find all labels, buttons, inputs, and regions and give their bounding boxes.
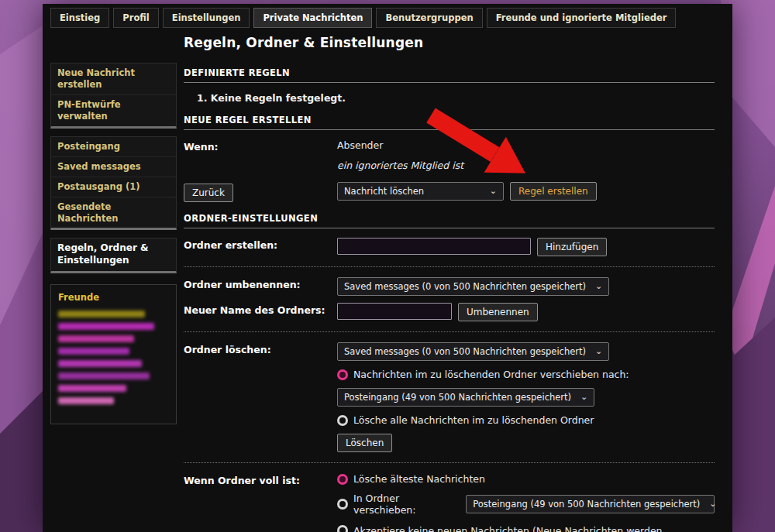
move-messages-option-label: Nachrichten im zu löschenden Ordner vers…	[353, 369, 629, 380]
move-target-selected: Posteingang (49 von 500 Nachrichten gesp…	[344, 392, 571, 403]
create-rule-button[interactable]: Regel erstellen	[510, 182, 597, 201]
when-label: Wenn:	[184, 139, 337, 153]
rename-button[interactable]: Umbenennen	[458, 303, 538, 321]
chevron-down-icon: ⌄	[595, 283, 602, 290]
redacted-friend-name[interactable]	[58, 360, 142, 367]
reject-new-option-label: Akzeptiere keine neuen Nachrichten (Neue…	[337, 525, 663, 532]
pm-sidebar: Neue Nachricht erstellen PN-Entwürfe ver…	[50, 63, 177, 424]
rule-condition-2: ein ignoriertes Mitglied ist	[337, 160, 715, 171]
delete-all-option-label: Lösche alle Nachrichten im zu löschenden…	[353, 414, 594, 426]
redacted-friend-name[interactable]	[58, 385, 126, 392]
rule-action-select[interactable]: Nachricht löschen ⌄	[337, 182, 504, 201]
move-to-folder-option-label: In Ordner verschieben:	[353, 493, 460, 516]
page-title: Regeln, Ordner & Einstellungen	[184, 35, 715, 50]
dotted-divider	[184, 462, 715, 463]
redacted-friend-name[interactable]	[58, 348, 129, 355]
chevron-down-icon: ⌄	[490, 188, 497, 194]
rule-index: 1.	[197, 92, 207, 104]
folder-full-label: Wenn Ordner voll ist:	[184, 473, 337, 486]
rule-text: Keine Regeln festgelegt.	[211, 92, 346, 104]
sidebar-item-regeln-ordner-einstellungen[interactable]: Regeln, Ordner & Einstellungen	[51, 239, 176, 270]
delete-oldest-option-label: Lösche älteste Nachrichten	[353, 473, 485, 485]
sidebar-compose-group: Neue Nachricht erstellen PN-Entwürfe ver…	[50, 63, 177, 129]
sidebar-item-gesendete[interactable]: Gesendete Nachrichten	[51, 197, 176, 228]
sidebar-item-entwuerfe[interactable]: PN-Entwürfe verwalten	[51, 94, 176, 126]
reject-new-radio[interactable]	[337, 525, 348, 532]
folder-delete-label: Ordner löschen:	[184, 342, 337, 355]
chevron-down-icon: ⌄	[580, 394, 587, 400]
redacted-friend-name[interactable]	[58, 311, 145, 317]
tab-einstieg[interactable]: Einstieg	[50, 8, 109, 28]
redacted-friend-name[interactable]	[58, 372, 150, 379]
tab-einstellungen[interactable]: Einstellungen	[163, 8, 250, 28]
delete-folder-select[interactable]: Saved messages (0 von 500 Nachrichten ge…	[337, 342, 609, 361]
section-folder-settings: ORDNER-EINSTELLUNGEN	[184, 213, 715, 228]
pm-settings-main: Regeln, Ordner & Einstellungen DEFINIERT…	[184, 35, 715, 532]
chevron-down-icon: ⌄	[595, 348, 602, 355]
full-move-target-selected: Posteingang (49 von 500 Nachrichten gesp…	[473, 499, 700, 510]
back-button[interactable]: Zurück	[184, 184, 233, 202]
friends-box: Freunde	[50, 284, 177, 424]
tab-profil[interactable]: Profil	[113, 8, 158, 28]
tab-private-nachrichten[interactable]: Private Nachrichten	[253, 8, 372, 28]
folder-rename-label: Ordner umbenennen:	[184, 277, 337, 290]
sidebar-item-posteingang[interactable]: Posteingang	[51, 137, 176, 156]
rule-condition-1: Absender	[337, 139, 715, 151]
section-new-rule: NEUE REGEL ERSTELLEN	[184, 115, 715, 130]
no-rules-item: 1. Keine Regeln festgelegt.	[197, 92, 715, 104]
move-to-folder-radio[interactable]	[337, 499, 348, 510]
delete-folder-button[interactable]: Löschen	[337, 434, 392, 452]
sidebar-folders-group: Posteingang Saved messages Postausgang (…	[50, 136, 177, 231]
tab-freunde-ignorierte[interactable]: Freunde und ignorierte Mitglieder	[487, 8, 677, 28]
redacted-friend-name[interactable]	[58, 335, 134, 342]
rule-action-selected: Nachricht löschen	[344, 186, 424, 197]
sidebar-item-postausgang[interactable]: Postausgang (1)	[51, 177, 176, 197]
redacted-friend-name[interactable]	[58, 397, 114, 404]
dotted-divider	[184, 331, 715, 332]
delete-oldest-radio[interactable]	[337, 474, 348, 485]
sidebar-item-saved-messages[interactable]: Saved messages	[51, 156, 176, 177]
redacted-friend-name[interactable]	[58, 323, 154, 330]
full-move-target-select[interactable]: Posteingang (49 von 500 Nachrichten gesp…	[466, 495, 715, 513]
folder-create-label: Ordner erstellen:	[184, 238, 337, 251]
chevron-down-icon: ⌄	[709, 501, 716, 507]
folder-create-input[interactable]	[337, 238, 531, 255]
section-defined-rules: DEFINIERTE REGELN	[184, 67, 715, 83]
sidebar-settings-group: Regeln, Ordner & Einstellungen	[50, 238, 177, 273]
friends-title: Freunde	[58, 292, 169, 303]
add-folder-button[interactable]: Hinzufügen	[537, 238, 607, 256]
rename-folder-select[interactable]: Saved messages (0 von 500 Nachrichten ge…	[337, 277, 609, 296]
new-folder-name-input[interactable]	[337, 303, 452, 320]
sidebar-item-neue-nachricht[interactable]: Neue Nachricht erstellen	[51, 63, 176, 94]
move-messages-radio[interactable]	[337, 369, 348, 380]
dotted-divider	[184, 266, 715, 267]
new-folder-name-label: Neuer Name des Ordners:	[184, 303, 337, 316]
tab-benutzergruppen[interactable]: Benutzergruppen	[376, 8, 482, 28]
delete-folder-selected: Saved messages (0 von 500 Nachrichten ge…	[344, 346, 586, 357]
forum-ucp-page: Einstieg Profil Einstellungen Private Na…	[43, 4, 732, 532]
ucp-tabs: Einstieg Profil Einstellungen Private Na…	[50, 8, 676, 28]
rename-folder-selected: Saved messages (0 von 500 Nachrichten ge…	[344, 281, 586, 292]
move-target-select[interactable]: Posteingang (49 von 500 Nachrichten gesp…	[337, 388, 594, 407]
delete-all-radio[interactable]	[337, 415, 348, 426]
